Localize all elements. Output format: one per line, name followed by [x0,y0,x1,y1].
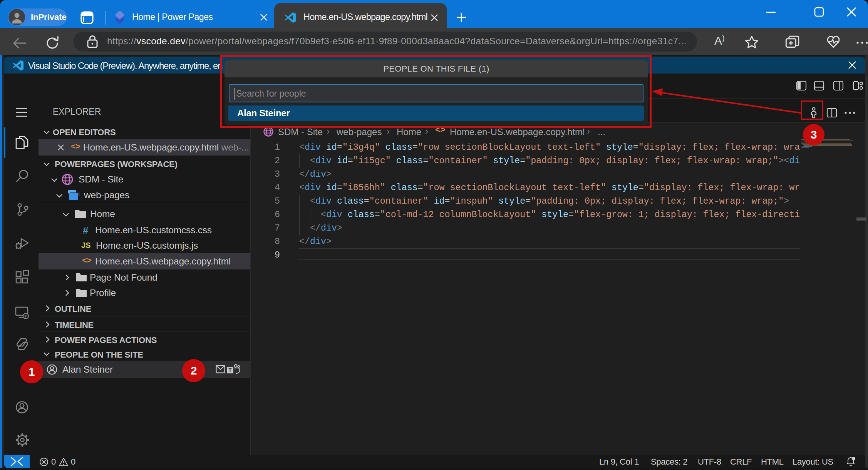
svg-text:T: T [229,367,232,373]
